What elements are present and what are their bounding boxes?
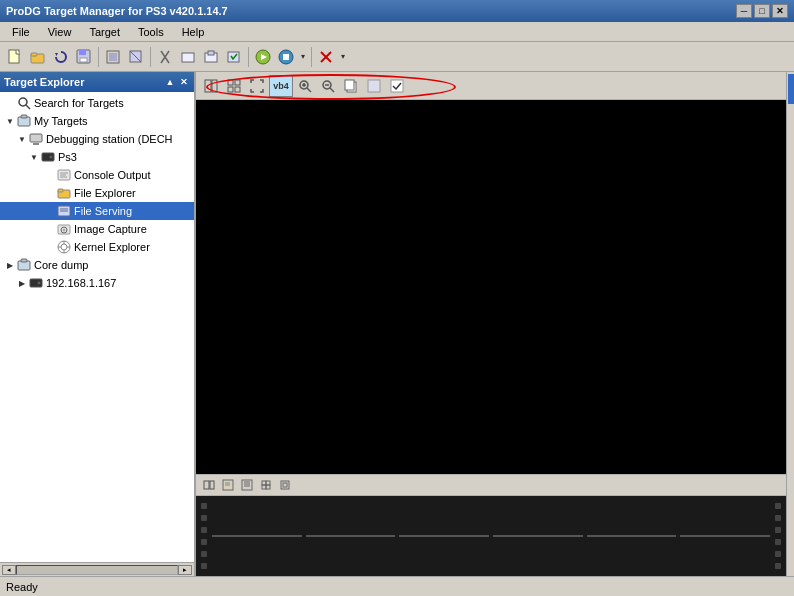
viewer-btn-layout[interactable] — [200, 75, 222, 97]
expand-file-serving-icon — [44, 205, 56, 217]
expand-core-dump-icon[interactable]: ▶ — [4, 259, 16, 271]
film-frame[interactable] — [212, 535, 302, 537]
svg-line-60 — [307, 88, 311, 92]
svg-rect-36 — [58, 189, 63, 192]
expand-file-explorer-icon — [44, 187, 56, 199]
viewer-btn-fullscreen[interactable] — [246, 75, 268, 97]
tree-item-file-serving[interactable]: File Serving — [0, 202, 194, 220]
tree-item-file-explorer[interactable]: File Explorer — [0, 184, 194, 202]
tree-item-core-dump[interactable]: ▶ Core dump — [0, 256, 194, 274]
status-text: Ready — [6, 581, 38, 593]
film-frame[interactable] — [680, 535, 770, 537]
menu-view[interactable]: View — [40, 24, 80, 40]
core-dump-icon — [16, 257, 32, 273]
scroll-left-button[interactable]: ◂ — [2, 565, 16, 575]
film-frame[interactable] — [306, 535, 396, 537]
svg-rect-82 — [281, 481, 289, 489]
expand-my-targets-icon[interactable]: ▼ — [4, 115, 16, 127]
console-output-label: Console Output — [74, 169, 150, 181]
expand-ip-icon[interactable]: ▶ — [16, 277, 28, 289]
tree-item-ip[interactable]: ▶ 192.168.1.167 — [0, 274, 194, 292]
scroll-track[interactable] — [16, 565, 178, 575]
toolbar-sep-1 — [98, 47, 99, 67]
film-frame[interactable] — [587, 535, 677, 537]
film-hole — [775, 515, 781, 521]
maximize-button[interactable]: □ — [754, 4, 770, 18]
expand-ps3-icon[interactable]: ▼ — [28, 151, 40, 163]
title-bar: ProDG Target Manager for PS3 v420.1.14.7… — [0, 0, 794, 22]
svg-point-30 — [49, 155, 53, 159]
explorer-title: Target Explorer — [4, 76, 85, 88]
film-frame[interactable] — [493, 535, 583, 537]
toolbar-btn-save[interactable] — [73, 46, 95, 68]
tree-item-console-output[interactable]: Console Output — [0, 166, 194, 184]
filmstrip-btn-3[interactable] — [238, 476, 256, 494]
film-hole — [201, 527, 207, 533]
svg-rect-13 — [182, 53, 194, 62]
viewer-btn-zoom-out[interactable] — [317, 75, 339, 97]
tree-item-debug-station[interactable]: ▼ Debugging station (DECH — [0, 130, 194, 148]
toolbar-btn-b10[interactable] — [223, 46, 245, 68]
kernel-explorer-icon — [56, 239, 72, 255]
filmstrip-btn-4[interactable] — [257, 476, 275, 494]
svg-rect-68 — [368, 80, 380, 92]
search-icon — [16, 95, 32, 111]
minimize-button[interactable]: ─ — [736, 4, 752, 18]
toolbar-btn-b5[interactable] — [102, 46, 124, 68]
toolbar-btn-open[interactable] — [27, 46, 49, 68]
menu-tools[interactable]: Tools — [130, 24, 172, 40]
toolbar-btn-dropdown-arrow[interactable]: ▾ — [298, 46, 308, 68]
close-button[interactable]: ✕ — [772, 4, 788, 18]
menu-target[interactable]: Target — [81, 24, 128, 40]
toolbar-btn-refresh[interactable] — [50, 46, 72, 68]
image-capture-icon — [56, 221, 72, 237]
tree-item-image-capture[interactable]: Image Capture — [0, 220, 194, 238]
tree-item-ps3[interactable]: ▼ Ps3 — [0, 148, 194, 166]
viewer-btn-grid[interactable] — [223, 75, 245, 97]
filmstrip-btn-5[interactable] — [276, 476, 294, 494]
svg-line-24 — [26, 105, 30, 109]
toolbar-btn-play[interactable] — [252, 46, 274, 68]
svg-rect-57 — [228, 87, 233, 92]
film-hole — [775, 503, 781, 509]
viewer-btn-zoom-in[interactable] — [294, 75, 316, 97]
title-bar-controls: ─ □ ✕ — [736, 4, 788, 18]
tree-item-kernel-explorer[interactable]: Kernel Explorer — [0, 238, 194, 256]
svg-rect-27 — [30, 134, 42, 142]
film-frame[interactable] — [399, 535, 489, 537]
viewer-btn-copy[interactable] — [340, 75, 362, 97]
menu-file[interactable]: File — [4, 24, 38, 40]
toolbar-btn-more-arrow[interactable]: ▾ — [338, 46, 348, 68]
svg-rect-80 — [262, 485, 266, 489]
explorer-header-controls: ▲ ✕ — [164, 76, 190, 88]
expand-debug-icon[interactable]: ▼ — [16, 133, 28, 145]
explorer-expand-icon[interactable]: ▲ — [164, 76, 176, 88]
svg-rect-28 — [33, 143, 39, 145]
viewer-btn-check[interactable] — [386, 75, 408, 97]
scroll-right-button[interactable]: ▸ — [178, 565, 192, 575]
filmstrip-btn-1[interactable] — [200, 476, 218, 494]
toolbar-btn-b9[interactable] — [200, 46, 222, 68]
toolbar-btn-new[interactable] — [4, 46, 26, 68]
viewer-btn-1to1[interactable]: vb4 — [269, 75, 293, 97]
film-hole — [201, 503, 207, 509]
explorer-header: Target Explorer ▲ ✕ — [0, 72, 194, 92]
svg-rect-50 — [21, 259, 27, 262]
toolbar-btn-b12[interactable] — [275, 46, 297, 68]
filmstrip-btn-2[interactable] — [219, 476, 237, 494]
toolbar-btn-b8[interactable] — [177, 46, 199, 68]
svg-rect-6 — [80, 58, 87, 62]
scrollbar-thumb[interactable] — [788, 74, 794, 104]
tree-item-my-targets[interactable]: ▼ My Targets — [0, 112, 194, 130]
explorer-pin-icon[interactable]: ✕ — [178, 76, 190, 88]
toolbar-btn-stop[interactable] — [315, 46, 337, 68]
main-layout: Target Explorer ▲ ✕ Search for Targets ▼ — [0, 72, 794, 576]
svg-rect-70 — [204, 481, 209, 489]
menu-help[interactable]: Help — [174, 24, 213, 40]
viewer-btn-settings[interactable] — [363, 75, 385, 97]
tree-item-search[interactable]: Search for Targets — [0, 94, 194, 112]
kernel-explorer-label: Kernel Explorer — [74, 241, 150, 253]
toolbar-btn-b6[interactable] — [125, 46, 147, 68]
toolbar-btn-cut[interactable] — [154, 46, 176, 68]
console-output-icon — [56, 167, 72, 183]
